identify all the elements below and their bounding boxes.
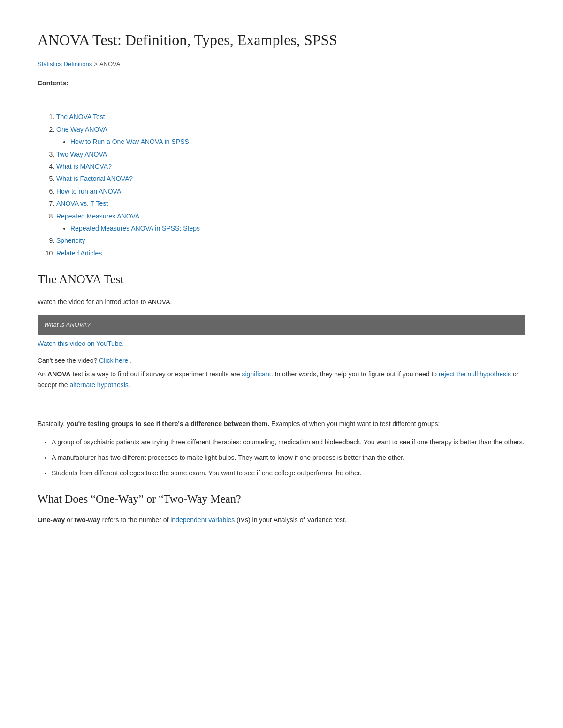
toc-link-7[interactable]: ANOVA vs. T Test [56, 200, 108, 207]
toc-link-2[interactable]: One Way ANOVA [56, 126, 107, 133]
toc-link-10[interactable]: Related Articles [56, 249, 102, 257]
toc-link-6[interactable]: How to run an ANOVA [56, 188, 121, 195]
toc-item-6: How to run an ANOVA [56, 186, 525, 196]
toc-link-1[interactable]: The ANOVA Test [56, 113, 105, 120]
toc-item-4: What is MANOVA? [56, 161, 525, 172]
intro-text: Watch the video for an introduction to A… [38, 297, 525, 307]
breadcrumb-separator: > [94, 60, 98, 69]
sub-heading-one-way: What Does “One-Way” or “Two-Way Mean? [38, 490, 525, 508]
toc-item-3: Two Way ANOVA [56, 149, 525, 159]
anova-description: An ANOVA test is a way to find out if su… [38, 369, 525, 390]
page-title: ANOVA Test: Definition, Types, Examples,… [38, 28, 525, 52]
alternate-hypothesis-link[interactable]: alternate hypothesis [70, 381, 129, 389]
toc-item-1: The ANOVA Test [56, 112, 525, 122]
toc-sub-link-8-1[interactable]: Repeated Measures ANOVA in SPSS: Steps [70, 225, 200, 232]
click-here-link[interactable]: Click here [99, 357, 130, 364]
toc-link-9[interactable]: Sphericity [56, 237, 85, 244]
toc-item-8: Repeated Measures ANOVA Repeated Measure… [56, 211, 525, 234]
toc-link-5[interactable]: What is Factorial ANOVA? [56, 175, 133, 182]
table-of-contents: The ANOVA Test One Way ANOVA How to Run … [47, 112, 525, 258]
breadcrumb-link[interactable]: Statistics Definitions [38, 60, 92, 69]
independent-variables-link[interactable]: independent variables [170, 516, 235, 524]
toc-item-9: Sphericity [56, 235, 525, 246]
breadcrumb-current: ANOVA [99, 60, 121, 69]
toc-sub-item-2-1: How to Run a One Way ANOVA in SPSS [70, 136, 525, 147]
toc-item-7: ANOVA vs. T Test [56, 198, 525, 209]
example-item-2: A manufacturer has two different process… [52, 452, 525, 463]
video-link-container: Watch this video on YouTube. [38, 338, 525, 349]
section-heading-1: The ANOVA Test [38, 270, 525, 289]
toc-item-10: Related Articles [56, 248, 525, 258]
significant-link[interactable]: significant [242, 370, 271, 378]
breadcrumb: Statistics Definitions > ANOVA [38, 60, 525, 69]
basically-text: Basically, you're testing groups to see … [38, 419, 525, 429]
examples-list: A group of psychiatric patients are tryi… [38, 437, 525, 479]
toc-item-2: One Way ANOVA How to Run a One Way ANOVA… [56, 124, 525, 147]
null-hypothesis-link[interactable]: reject the null hypothesis [439, 370, 511, 378]
contents-label: Contents: [38, 78, 525, 88]
toc-link-8[interactable]: Repeated Measures ANOVA [56, 212, 139, 220]
youtube-link[interactable]: Watch this video on YouTube. [38, 340, 124, 347]
toc-sub-item-8-1: Repeated Measures ANOVA in SPSS: Steps [70, 223, 525, 233]
one-way-description: One-way or two-way refers to the number … [38, 515, 525, 525]
example-item-3: Students from different colleges take th… [52, 468, 525, 479]
example-item-1: A group of psychiatric patients are tryi… [52, 437, 525, 448]
toc-link-3[interactable]: Two Way ANOVA [56, 150, 107, 158]
video-placeholder: What is ANOVA? [38, 315, 525, 335]
toc-item-5: What is Factorial ANOVA? [56, 173, 525, 184]
cant-see-text: Can't see the video? Click here . [38, 355, 525, 366]
toc-link-4[interactable]: What is MANOVA? [56, 163, 112, 170]
toc-sub-link-2-1[interactable]: How to Run a One Way ANOVA in SPSS [70, 138, 189, 145]
